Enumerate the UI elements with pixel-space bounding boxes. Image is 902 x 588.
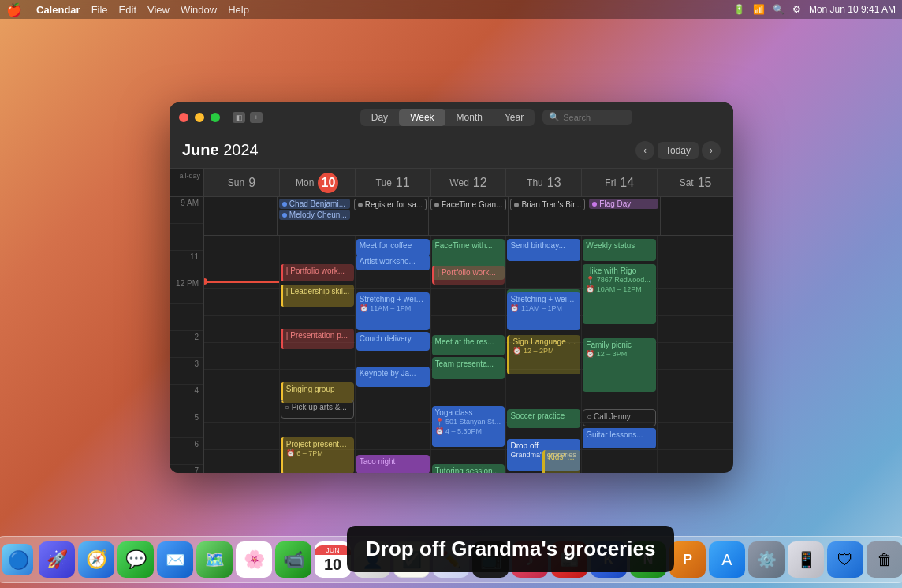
col-fri: Weekly status Hike with Rigo📍 7867 Redwo… — [582, 236, 658, 473]
today-button[interactable]: Today — [658, 142, 699, 159]
calendar-window: ◧ + Day Week Month Year 🔍 June 2024 ‹ To… — [170, 102, 733, 473]
dock-maps[interactable]: 🗺️ — [196, 541, 233, 578]
dock-adguard[interactable]: 🛡 — [827, 541, 863, 578]
dock-finder[interactable]: 🔵 — [0, 541, 35, 578]
menubar-view[interactable]: View — [147, 4, 170, 16]
search-menubar-icon[interactable]: 🔍 — [773, 4, 785, 15]
menubar-help[interactable]: Help — [228, 4, 249, 16]
tab-month[interactable]: Month — [445, 109, 494, 126]
dock-messages[interactable]: 💬 — [117, 541, 154, 578]
next-button[interactable]: › — [702, 141, 721, 160]
event-hike[interactable]: Hike with Rigo📍 7867 Redwood...⏰ 10AM – … — [583, 264, 656, 324]
allday-event-melody[interactable]: Melody Cheun... — [279, 210, 350, 220]
day-header-wed: Wed 12 — [431, 169, 507, 196]
event-meet-res[interactable]: Meet at the res... — [432, 335, 505, 355]
prev-button[interactable]: ‹ — [636, 141, 654, 160]
time-grid: | Portfolio work... | Leadership skil...… — [204, 236, 733, 473]
menubar-app-name[interactable]: Calendar — [36, 4, 80, 16]
wifi-icon: 📶 — [753, 4, 765, 15]
menubar-edit[interactable]: Edit — [119, 4, 136, 16]
tab-week[interactable]: Week — [399, 109, 445, 126]
event-keynote[interactable]: Keynote by Ja... — [356, 367, 430, 387]
event-leadership[interactable]: | Leadership skil... — [281, 285, 354, 307]
allday-event-birthday[interactable]: Brian Tran's Bir... — [510, 199, 585, 210]
search-input[interactable] — [563, 113, 626, 122]
event-coffee[interactable]: Meet for coffee — [356, 239, 430, 256]
sat-num: 15 — [698, 176, 712, 190]
dock-trash[interactable]: 🗑 — [867, 541, 902, 578]
event-soccer[interactable]: Soccer practice — [507, 409, 580, 428]
menubar-file[interactable]: File — [91, 4, 108, 16]
allday-event-flagday[interactable]: Flag Day — [589, 199, 658, 209]
fri-num: 14 — [620, 176, 634, 190]
event-picnic[interactable]: Family picnic⏰ 12 – 3PM — [583, 338, 656, 392]
time-10am: . — [170, 224, 203, 251]
allday-event-facetime-gran[interactable]: FaceTime Gran... — [430, 199, 506, 210]
allday-mon: Chad Benjami... Melody Cheun... — [278, 197, 352, 235]
event-portfolio-mon[interactable]: | Portfolio work... — [281, 264, 354, 281]
event-weekly-status[interactable]: Weekly status — [583, 239, 656, 261]
current-time-dot — [204, 278, 207, 285]
dock-calendar[interactable]: JUN 10 — [315, 541, 351, 578]
event-taco[interactable]: Taco night — [356, 455, 430, 473]
event-tutoring[interactable]: Tutoring session... — [432, 464, 505, 473]
mon-label: Mon — [296, 177, 314, 188]
time-column: all-day 9 AM . 11 12 PM . 2 3 4 5 6 7 8 — [170, 169, 204, 473]
maximize-button[interactable] — [211, 113, 220, 122]
tab-day[interactable]: Day — [360, 109, 399, 126]
time-12pm: 12 PM — [170, 277, 203, 304]
event-team-pres[interactable]: Team presenta... — [432, 357, 505, 379]
time-1pm: . — [170, 304, 203, 331]
dock-systemsettings[interactable]: ⚙️ — [748, 541, 785, 578]
titlebar-center: Day Week Month Year 🔍 — [269, 109, 724, 126]
event-signlang[interactable]: Sign Language Club⏰ 12 – 2PM — [507, 335, 580, 374]
dock-launchpad[interactable]: 🚀 — [39, 541, 75, 578]
event-portfolio-wed[interactable]: | Portfolio work... — [432, 266, 505, 285]
apple-menu[interactable]: 🍎 — [6, 2, 22, 17]
event-guitar[interactable]: Guitar lessons... — [583, 428, 656, 448]
search-bar[interactable]: 🔍 — [542, 110, 632, 125]
event-project-pres[interactable]: Project presentations⏰ 6 – 7PM — [281, 437, 354, 473]
event-artist[interactable]: Artist worksho... — [356, 255, 430, 270]
fri-label: Fri — [605, 177, 616, 188]
time-2pm: 2 — [170, 331, 203, 358]
search-icon: 🔍 — [549, 112, 560, 122]
minimize-button[interactable] — [195, 113, 204, 122]
time-9am: 9 AM — [170, 197, 203, 224]
event-presentation[interactable]: | Presentation p... — [281, 329, 354, 349]
event-stretching-tue[interactable]: Stretching + weights⏰ 11AM – 1PM — [356, 292, 430, 330]
event-birthday-thu[interactable]: Send birthday... — [507, 239, 580, 261]
current-time-indicator — [204, 281, 279, 283]
event-stretching-thu[interactable]: Stretching + weights⏰ 11AM – 1PM — [507, 292, 580, 330]
event-pickup[interactable]: ○ Pick up arts &... — [281, 400, 354, 419]
time-11am: 11 — [170, 251, 203, 277]
sidebar-toggle-button[interactable]: ◧ — [233, 112, 245, 123]
menubar-window[interactable]: Window — [181, 4, 217, 16]
new-event-button[interactable]: + — [250, 112, 263, 123]
view-tabs: Day Week Month Year — [360, 109, 535, 126]
event-kidsmovie[interactable]: Kids' movie night — [542, 450, 580, 473]
tab-year[interactable]: Year — [494, 109, 535, 126]
day-header-fri: Fri 14 — [582, 169, 658, 196]
allday-tue: Register for sa... — [352, 197, 429, 235]
control-center-icon[interactable]: ⚙ — [792, 4, 801, 15]
close-button[interactable] — [179, 113, 188, 122]
col-sat: H... — [658, 236, 733, 473]
dock-appstore[interactable]: A — [709, 541, 745, 578]
dock-facetime[interactable]: 📹 — [275, 541, 311, 578]
event-tooltip: Drop off Grandma's groceries — [347, 526, 674, 572]
svg-text:🔵: 🔵 — [8, 549, 30, 571]
allday-event-chad[interactable]: Chad Benjami... — [279, 199, 350, 209]
event-yoga[interactable]: Yoga class📍 501 Stanyan St,...⏰ 4 – 5:30… — [432, 406, 505, 447]
tooltip-text: Drop off Grandma's groceries — [366, 537, 655, 560]
dock-pages[interactable]: P — [669, 541, 706, 578]
dock-safari[interactable]: 🧭 — [78, 541, 114, 578]
sat-label: Sat — [680, 177, 694, 188]
dock-mail[interactable]: ✉️ — [157, 541, 193, 578]
allday-event-register[interactable]: Register for sa... — [354, 199, 427, 210]
day-header-tue: Tue 11 — [356, 169, 431, 196]
dock-iphone[interactable]: 📱 — [788, 541, 824, 578]
event-couch[interactable]: Couch delivery — [356, 332, 430, 351]
event-call-jenny[interactable]: ○ Call Jenny — [583, 409, 656, 426]
dock-photos[interactable]: 🌸 — [236, 541, 272, 578]
